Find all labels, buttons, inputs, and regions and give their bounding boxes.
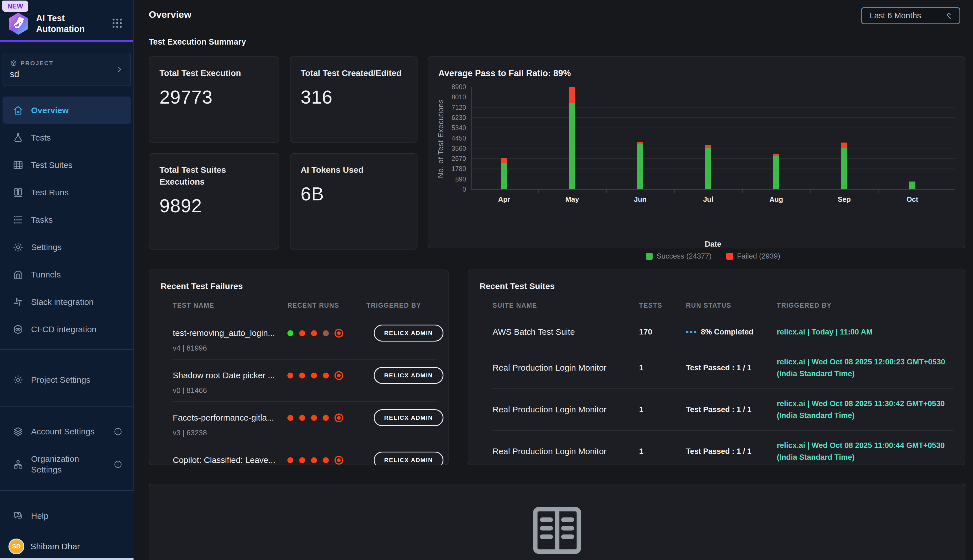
sidebar-item-tunnels[interactable]: Tunnels [3,261,131,288]
recent-runs [287,457,367,463]
suite-tests-count: 1 [639,405,686,414]
sidebar-item-tasks[interactable]: Tasks [3,206,131,233]
suite-name[interactable]: Real Production Login Monitor [493,445,639,457]
stat-card: Total Test Created/Edited 316 [290,57,418,143]
nav-item-icon [12,132,24,143]
documentation-card: Harness AI Test Automation Documentation… [149,484,965,560]
stat-label: Total Test Suites Executions [160,164,268,188]
run-dot-orange [311,457,317,463]
sidebar-item-test-suites[interactable]: Test Suites [3,151,131,179]
suite-row[interactable]: Real Production Login Monitor 1 Test Pas… [493,347,953,388]
failure-row[interactable]: Shadow root Date picker ... RELICX ADMIN… [173,359,437,402]
suite-status-text: Test Passed : 1 / 1 [686,447,751,456]
suite-row[interactable]: AWS Batch Test Suite 170 8% Completed re… [493,317,953,347]
nav-item-icon [12,510,24,522]
info-icon[interactable] [113,427,123,436]
sidebar-item-help[interactable]: Help [3,502,131,530]
test-name[interactable]: Shadow root Date picker ... [173,369,282,382]
nav-item-icon [12,459,24,470]
run-dot-orange [299,330,305,336]
suite-tests-count: 1 [639,363,686,372]
suite-run-status: Test Passed : 1 / 1 [686,405,777,414]
app-root: NEW AI Test Automation [0,0,973,560]
failures-title: Recent Test Failures [161,282,437,291]
page-title: Overview [149,9,192,20]
suite-row[interactable]: Real Production Login Monitor 1 Test Pas… [493,388,953,430]
user-name: Shibam Dhar [30,542,80,551]
y-tick-label: 4450 [452,135,466,142]
nav-item-label: Tests [31,132,131,143]
y-tick-label: 1780 [452,165,466,173]
sidebar-item-project-settings[interactable]: Project Settings [3,366,131,393]
run-dot-target [337,332,341,335]
apps-grid-icon[interactable] [111,17,123,29]
sidebar-item-test-runs[interactable]: Test Runs [3,179,131,206]
gridline [472,138,955,138]
test-name[interactable]: test-removing_auto_login... [173,327,282,339]
run-dot-orange [287,457,293,463]
legend-swatch [726,253,733,260]
sidebar-item-organization-settings[interactable]: Organization Settings [3,445,131,483]
user-menu[interactable]: SD Shibam Dhar [0,538,133,554]
run-dot-orange [311,373,317,378]
test-name[interactable]: Facets-performance-gitla... [173,412,282,424]
x-tick-label: Oct [906,195,918,203]
run-dot-orange [311,330,317,336]
suites-title: Recent Test Suites [480,282,953,291]
gridline [472,148,955,148]
sidebar-item-ci-cd-integration[interactable]: CI-CD integration [3,315,131,343]
suite-name[interactable]: AWS Batch Test Suite [493,326,639,338]
suite-row[interactable]: Real Production Login Monitor 1 Test Pas… [493,430,953,465]
suite-triggered-by: relicx.ai | Wed Oct 08 2025 12:00:23 GMT… [777,356,953,380]
bar-success [705,148,711,189]
sidebar-item-slack-integration[interactable]: Slack integration [3,288,131,315]
bar-success [841,148,847,189]
triggered-by-button[interactable]: RELICX ADMIN [374,325,443,342]
chart-legend: Success (24377)Failed (2939) [472,252,955,260]
run-dot-orange [287,373,293,378]
bar-failed [501,158,507,163]
time-range-select[interactable]: Last 6 Months [861,7,960,24]
suite-status-text: Test Passed : 1 / 1 [686,405,751,414]
sidebar-item-overview[interactable]: Overview [3,97,131,124]
nav-item-label: Test Runs [31,187,131,198]
run-dot-target [337,416,341,420]
bar-failed [773,154,779,156]
column-header: RUN STATUS [686,302,777,309]
info-icon[interactable] [113,460,123,469]
column-header: TEST NAME [173,302,287,309]
nav-item-icon [12,374,24,385]
failure-row[interactable]: Facets-performance-gitla... RELICX ADMIN… [173,402,437,444]
nav-item-label: Overview [31,105,131,116]
y-tick-label: 8010 [452,93,466,101]
triggered-by-button[interactable]: RELICX ADMIN [374,452,443,465]
sidebar-item-account-settings[interactable]: Account Settings [3,418,131,445]
test-name[interactable]: Copilot: Classified: Leave... [173,454,282,465]
project-selector[interactable]: PROJECT sd [3,53,131,86]
nav-item-label: Help [31,511,131,521]
avatar: SD [8,538,24,554]
nav-item-icon [12,214,24,225]
sidebar-item-tests[interactable]: Tests [3,124,131,151]
suite-status-text: Test Passed : 1 / 1 [686,363,751,372]
test-version: v0 | 81466 [173,385,437,395]
suite-name[interactable]: Real Production Login Monitor [493,362,639,374]
stat-value: 316 [301,86,407,108]
legend-item: Success (24377) [646,252,711,260]
sidebar-item-settings[interactable]: Settings [3,233,131,261]
column-header: RECENT RUNS [287,302,367,309]
y-tick-label: 890 [455,175,466,183]
y-axis-ticks: 0890178026703560445053406230712080108900 [428,87,470,190]
progress-spinner-icon [686,331,696,333]
triggered-by-button[interactable]: RELICX ADMIN [374,409,443,426]
y-tick-label: 6230 [452,114,466,122]
triggered-by-button[interactable]: RELICX ADMIN [374,367,443,384]
failure-row[interactable]: test-removing_auto_login... RELICX ADMIN… [173,317,437,359]
y-tick-label: 5340 [452,124,466,132]
sidebar-nav-help: Help [0,502,133,530]
suite-name[interactable]: Real Production Login Monitor [493,403,639,415]
suite-run-status: Test Passed : 1 / 1 [686,363,777,372]
failure-row[interactable]: Copilot: Classified: Leave... RELICX ADM… [173,444,437,465]
sidebar-nav: Overview Tests Test Suites Test Runs [0,97,133,343]
stat-card: AI Tokens Used 6B [290,153,418,250]
